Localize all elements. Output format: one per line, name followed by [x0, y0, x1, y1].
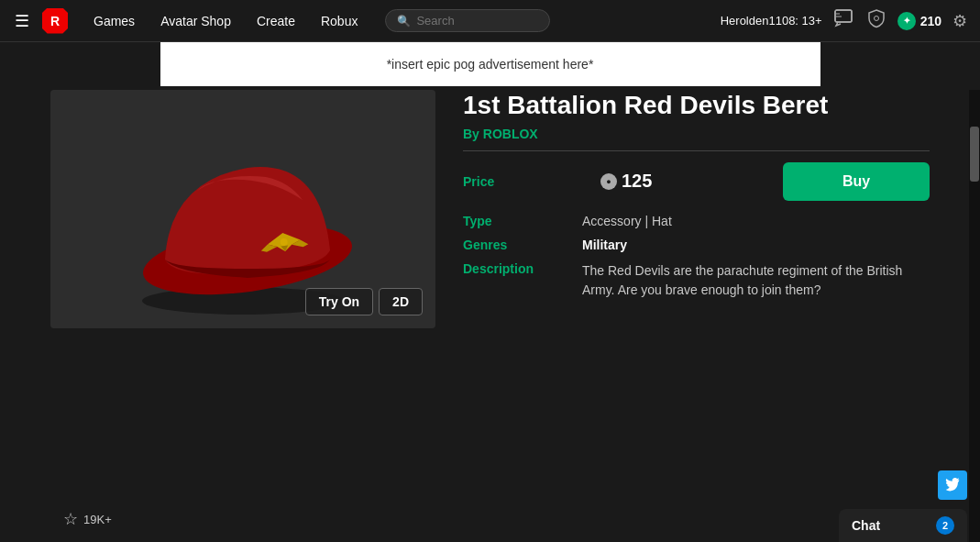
price-robux-icon: ● — [600, 173, 617, 190]
type-row: Type Accessory | Hat — [463, 214, 930, 228]
search-bar[interactable]: 🔍 — [385, 9, 550, 32]
type-label: Type — [463, 214, 582, 228]
username-label: Herolden1108: 13+ — [721, 14, 822, 28]
nav-robux[interactable]: Robux — [310, 8, 369, 34]
product-image-panel: Try On 2D — [50, 90, 435, 328]
genres-value: Military — [582, 238, 627, 252]
robux-display: ✦ 210 — [897, 12, 941, 30]
nav-links: Games Avatar Shop Create Robux — [83, 8, 369, 34]
genres-label: Genres — [463, 238, 582, 252]
twitter-icon[interactable] — [938, 470, 967, 500]
two-d-button[interactable]: 2D — [379, 288, 423, 315]
nav-right: Herolden1108: 13+ ✦ 210 ⚙ — [721, 6, 969, 35]
genres-row: Genres Military — [463, 238, 930, 252]
svg-point-5 — [874, 17, 878, 21]
description-label: Description — [463, 261, 582, 276]
creator-link[interactable]: ROBLOX — [483, 127, 538, 141]
settings-icon[interactable]: ⚙ — [951, 9, 969, 33]
navbar: ☰ R Games Avatar Shop Create Robux 🔍 Her… — [0, 0, 980, 42]
favorite-star-icon[interactable]: ☆ — [63, 509, 78, 529]
price-label: Price — [463, 174, 582, 189]
product-area: Advertise Report — [0, 90, 980, 542]
favorite-count: 19K+ — [83, 513, 112, 526]
ad-banner: *insert epic pog advertisement here* — [160, 42, 820, 86]
roblox-logo[interactable]: R — [42, 8, 68, 34]
favorite-area: ☆ 19K+ — [63, 509, 112, 529]
chat-badge: 2 — [936, 516, 954, 535]
chat-icon[interactable] — [831, 6, 855, 35]
divider — [463, 150, 930, 151]
robux-icon: ✦ — [897, 12, 916, 30]
product-by: By ROBLOX — [463, 127, 930, 141]
try-on-button[interactable]: Try On — [305, 288, 373, 315]
shield-icon[interactable] — [864, 6, 888, 35]
type-value: Accessory | Hat — [582, 214, 672, 228]
description-value: The Red Devils are the parachute regimen… — [582, 261, 930, 300]
chat-label: Chat — [852, 518, 880, 533]
nav-games[interactable]: Games — [83, 8, 146, 34]
search-input[interactable] — [416, 14, 538, 28]
image-buttons: Try On 2D — [305, 288, 423, 315]
price-row: Price ● 125 Buy — [463, 162, 930, 201]
price-value: 125 — [622, 171, 652, 192]
buy-button[interactable]: Buy — [783, 162, 930, 201]
robux-amount: 210 — [920, 14, 941, 28]
scrollbar-thumb[interactable] — [970, 127, 979, 182]
scrollbar[interactable] — [969, 90, 980, 542]
product-title: 1st Battalion Red Devils Beret — [463, 90, 930, 121]
price-amount: ● 125 — [600, 171, 652, 192]
nav-create[interactable]: Create — [246, 8, 306, 34]
chat-widget[interactable]: Chat 2 — [839, 509, 967, 542]
search-icon: 🔍 — [397, 15, 411, 28]
main-content: *insert epic pog advertisement here* Adv… — [0, 42, 980, 542]
hamburger-icon[interactable]: ☰ — [11, 7, 33, 35]
product-details: 1st Battalion Red Devils Beret By ROBLOX… — [463, 90, 930, 542]
nav-avatar-shop[interactable]: Avatar Shop — [149, 8, 242, 34]
description-row: Description The Red Devils are the parac… — [463, 261, 930, 300]
